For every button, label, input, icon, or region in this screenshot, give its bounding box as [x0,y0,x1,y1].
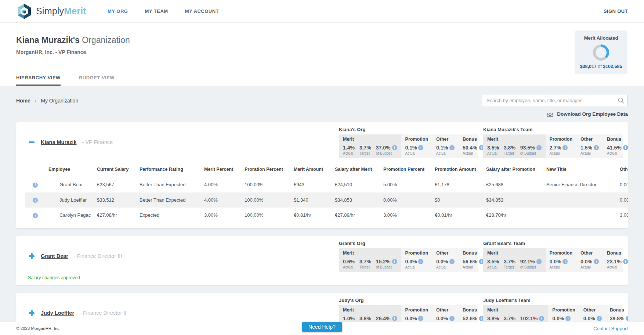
search-wrap [482,95,628,106]
sign-out-link[interactable]: SIGN OUT [604,8,628,14]
info-icon[interactable]: i [449,316,455,321]
info-icon[interactable]: i [594,259,599,264]
stat-col: 3.5% Actual [487,145,499,155]
table-cell: $34,853 [332,192,380,208]
stat-heading: Bonus [607,251,628,257]
info-icon[interactable]: i [418,316,423,321]
stat-block: Merit 0.6% Actual 3.7% Target 15.2%i of … [339,248,478,272]
info-icon[interactable]: i [33,198,38,203]
info-icon[interactable]: i [536,145,542,150]
info-icon[interactable]: i [562,259,568,264]
collapse-minus-icon[interactable] [28,138,35,146]
info-icon[interactable]: i [449,145,455,150]
stat-group: Kiana's Org Merit 1.4% Actual 3.7% Targe… [339,127,478,158]
table-header-proration-percent: Proration Percent [242,162,291,177]
contact-support-link[interactable]: Contact Support [593,326,628,331]
stat-block: Merit 3.5% Actual 3.7% Target 92.1%i of … [483,248,623,272]
page-title-rest: Organization [82,35,130,45]
employee-title: - Finance Director III [74,253,122,259]
table-row: i Grant Bear£23,567Better Than Expected4… [25,177,628,192]
brand-text: SimplyMerit [36,6,86,17]
brand-simply: Simply [36,6,64,16]
stat-section-bonus: Bonus 23.1%i Actual [603,248,628,272]
table-header-other-percent: Other Percent [617,162,628,177]
info-icon[interactable]: i [536,259,542,264]
brand[interactable]: SimplyMerit [16,3,86,19]
tab-hierarchy-view[interactable]: HIERARCHY VIEW [16,75,61,86]
table-cell: Grant Bear [46,177,94,192]
stat-value: 0.0%i [552,316,575,321]
download-org-data-link[interactable]: Download Org Employee Data [546,111,628,117]
stat-sublabel: Actual [436,151,455,155]
stat-heading: Bonus [463,137,484,143]
table-row: i Carolyn Pagac€27,08/hrExpected3.00%100… [25,208,628,223]
stat-sublabel: Actual [405,151,428,155]
table-cell: 100.00% [242,192,291,208]
page-title: Kiana Murazik's Organization [16,23,628,45]
stat-heading: Promotion [405,307,428,314]
stat-value: 102.1%i [520,316,544,321]
stat-col: 0.1%i Actual [436,145,455,155]
table-header-cell [25,162,46,177]
stat-col: 2.7%i Actual [550,145,573,155]
stat-sublabel: Actual [463,151,484,155]
expand-plus-icon[interactable] [28,252,35,260]
stat-sublabel: Actual [550,265,573,269]
stat-sublabel: of Budget [520,265,542,269]
employee-name-link[interactable]: Grant Bear [41,253,68,259]
stat-value: 3.8% [487,316,499,321]
table-header-merit-amount: Merit Amount [291,162,332,177]
stat-sublabel: Actual [550,151,573,155]
stat-col: 93.5%i of Budget [520,145,542,155]
info-icon[interactable]: i [392,316,397,321]
nav-item-my-org[interactable]: MY ORG [108,8,128,14]
org-cards: Kiana Murazik - VP Finance Kiana's Org M… [16,122,628,335]
info-icon[interactable]: i [562,145,568,150]
info-icon[interactable]: i [594,145,599,150]
breadcrumb-home[interactable]: Home [16,98,30,104]
info-icon[interactable]: i [597,316,602,321]
nav-item-my-team[interactable]: MY TEAM [145,8,168,14]
stat-sublabel: of Budget [520,151,542,155]
stat-heading: Other [580,137,599,143]
nav-item-my-account[interactable]: MY ACCOUNT [185,8,219,14]
info-icon[interactable]: i [418,145,423,150]
employee-name-link[interactable]: Judy Loeffler [41,310,74,316]
stat-group: Kiana Murazik's Team Merit 3.5% Actual 3… [483,127,623,158]
info-icon[interactable]: i [418,259,423,264]
info-icon[interactable]: i [392,259,397,264]
info-icon[interactable]: i [449,259,455,264]
stat-col: 50.4%i Actual [463,145,484,155]
stat-section-bonus: Bonus 41.5%i Actual [603,134,628,158]
stat-heading: Other [583,307,602,314]
expand-plus-icon[interactable] [28,309,35,317]
tab-budget-view[interactable]: BUDGET VIEW [79,75,115,86]
stat-value: 1.5%i [580,145,599,151]
info-icon[interactable]: i [539,316,544,321]
info-icon[interactable]: i [623,145,628,150]
simplymerit-logo [16,3,32,19]
info-icon[interactable]: i [626,316,628,321]
merit-allocated-of: of [598,64,601,69]
stat-sublabel: Actual [607,265,628,269]
employee-name-link[interactable]: Kiana Murazik [41,139,77,145]
search-input[interactable] [482,95,628,106]
search-icon[interactable] [618,97,625,105]
info-icon[interactable]: i [623,259,628,264]
stat-value: 3.7% [359,145,371,151]
stat-value: 3.8% [359,316,371,321]
info-icon[interactable]: i [33,213,38,218]
table-cell: 4.00% [201,177,242,192]
status-text: Salary changes approved [16,272,628,285]
table-cell: 3.00% [380,208,432,223]
info-icon[interactable]: i [33,183,38,188]
stat-sublabel: of Budget [376,151,397,155]
stat-sublabel: Target [504,151,515,155]
card-employee: Grant Bear - Finance Director III [23,252,122,260]
need-help-button[interactable]: Need Help? [302,322,342,332]
merit-columns: 1.4% Actual 3.7% Target 37.0%i of Budget [343,145,397,155]
info-icon[interactable]: i [392,145,397,150]
stat-section-promotion: Promotion 2.7%i Actual [546,134,577,158]
stat-col: 0.0%i Actual [550,259,573,269]
info-icon[interactable]: i [565,316,571,321]
